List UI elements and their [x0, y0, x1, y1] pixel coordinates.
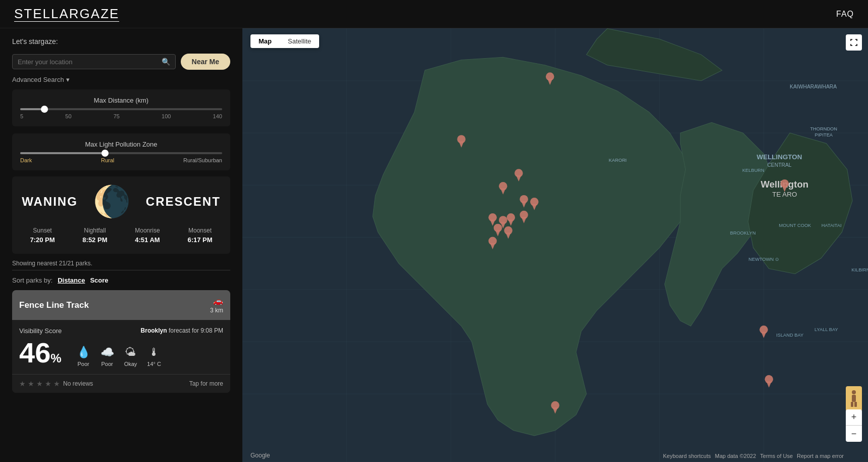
- svg-text:THORNDON: THORNDON: [810, 126, 837, 131]
- nightfall-label: Nightfall: [84, 227, 106, 234]
- star-3: ★: [36, 380, 43, 388]
- map-attribution: Google: [250, 452, 270, 459]
- sun-times: Sunset 7:20 PM Nightfall 8:52 PM Moonris…: [22, 227, 220, 244]
- moonset-label: Moonset: [188, 227, 212, 234]
- park-card-footer: ★ ★ ★ ★ ★ No reviews Tap for more: [12, 374, 230, 393]
- satellite-view-button[interactable]: Satellite: [280, 34, 319, 48]
- advanced-search-toggle[interactable]: Advanced Search ▾: [12, 76, 230, 83]
- light-slider-section: Max Light Pollution Zone Dark Rural Rura…: [12, 133, 230, 170]
- logo-thin: GAZE: [80, 6, 120, 22]
- distance-label: Max Distance (km): [20, 97, 222, 104]
- car-icon: 🚗: [213, 296, 223, 306]
- keyboard-shortcuts-link[interactable]: Keyboard shortcuts: [663, 453, 711, 459]
- sort-row: Sort parks by: Distance Score: [12, 276, 230, 284]
- distance-slider-section: Max Distance (km) 5 50 75 100 140: [12, 89, 230, 126]
- moonrise-value: 4:51 AM: [135, 236, 160, 244]
- logo-bold: STELLAR: [14, 6, 80, 22]
- search-box[interactable]: 🔍: [12, 54, 176, 69]
- sun-icon: 🌤: [125, 346, 136, 359]
- svg-text:MOUNT COOK: MOUNT COOK: [779, 223, 812, 228]
- svg-text:HATAITAI: HATAITAI: [822, 223, 842, 228]
- faq-link[interactable]: FAQ: [836, 10, 854, 19]
- park-distance: 3 km: [210, 307, 223, 314]
- moonset-value: 6:17 PM: [187, 236, 212, 244]
- sun-label: Okay: [124, 361, 137, 367]
- temp-label: 14° C: [147, 361, 161, 367]
- fullscreen-icon: [850, 38, 858, 47]
- park-meta: 🚗 3 km: [210, 296, 223, 314]
- star-1: ★: [19, 380, 26, 388]
- star-2: ★: [28, 380, 34, 388]
- weather-humidity: 💧 Poor: [77, 346, 90, 367]
- svg-text:NEWTOWN ⊙: NEWTOWN ⊙: [748, 257, 779, 262]
- park-card-body: Visibility Score Brooklyn forecast for 9…: [12, 320, 230, 374]
- moon-phase-left: WANING: [22, 195, 78, 209]
- svg-text:KAIWHARAWHARA: KAIWHARAWHARA: [790, 84, 837, 89]
- moonrise-label: Moonrise: [135, 227, 160, 234]
- cloud-icon: ☁️: [100, 346, 114, 359]
- terms-link[interactable]: Terms of Use: [760, 453, 793, 459]
- weather-sun: 🌤 Okay: [124, 346, 137, 367]
- moon-phase-row: WANING 🌘 CRESCENT: [22, 187, 221, 217]
- park-card[interactable]: Fence Line Track 🚗 3 km Visibility Score…: [12, 290, 230, 393]
- chevron-down-icon: ▾: [66, 76, 70, 83]
- weather-cloud: ☁️ Poor: [100, 346, 114, 367]
- svg-text:ISLAND BAY: ISLAND BAY: [776, 333, 803, 338]
- sort-by-distance[interactable]: Distance: [58, 276, 85, 284]
- distance-marks: 5 50 75 100 140: [20, 113, 222, 119]
- sunset-item: Sunset 7:20 PM: [30, 227, 55, 244]
- visibility-label: Visibility Score: [19, 327, 62, 335]
- sort-by-score[interactable]: Score: [90, 276, 108, 284]
- map-area[interactable]: KAIWHARAWHARA THORNDON PIPITEA WELLINGTO…: [242, 28, 868, 462]
- visibility-row: Visibility Score Brooklyn forecast for 9…: [19, 327, 223, 335]
- distance-slider-track[interactable]: [20, 108, 222, 110]
- near-me-button[interactable]: Near Me: [181, 54, 230, 70]
- main-content: Let's stargaze: 🔍 Near Me Advanced Searc…: [0, 28, 868, 462]
- svg-text:KARORI: KARORI: [609, 158, 627, 163]
- zoom-out-button[interactable]: −: [846, 426, 862, 442]
- fullscreen-button[interactable]: [846, 34, 862, 51]
- svg-text:WELLINGTON: WELLINGTON: [757, 153, 802, 161]
- humidity-label: Poor: [78, 361, 89, 367]
- map-view-button[interactable]: Map: [250, 34, 280, 48]
- thermometer-icon: 🌡: [148, 346, 160, 359]
- app-logo: STELLARGAZE: [14, 6, 119, 22]
- distance-slider-thumb[interactable]: [41, 106, 48, 113]
- search-input[interactable]: [18, 58, 162, 66]
- forecast-label: Brooklyn forecast for 9:08 PM: [141, 327, 223, 334]
- streetview-button[interactable]: [846, 386, 862, 411]
- light-marks: Dark Rural Rural/Suburban: [20, 157, 222, 163]
- search-icon[interactable]: 🔍: [162, 58, 170, 66]
- map-attribution-links: Keyboard shortcuts Map data ©2022 Terms …: [663, 453, 844, 459]
- light-slider-track[interactable]: [20, 152, 222, 154]
- search-row: 🔍 Near Me: [12, 54, 230, 70]
- park-card-header: Fence Line Track 🚗 3 km: [12, 290, 230, 320]
- svg-rect-67: [852, 395, 856, 402]
- map-svg: KAIWHARAWHARA THORNDON PIPITEA WELLINGTO…: [242, 28, 868, 462]
- svg-text:BROOKLYN: BROOKLYN: [730, 230, 756, 236]
- streetview-icon: [849, 390, 859, 408]
- svg-rect-69: [854, 402, 857, 407]
- moonrise-item: Moonrise 4:51 AM: [135, 227, 160, 244]
- light-label: Max Light Pollution Zone: [20, 141, 222, 148]
- svg-text:CENTRAL: CENTRAL: [767, 162, 791, 168]
- svg-text:LYALL BAY: LYALL BAY: [814, 327, 838, 332]
- light-slider-thumb[interactable]: [101, 150, 109, 157]
- nightfall-item: Nightfall 8:52 PM: [82, 227, 107, 244]
- sunset-label: Sunset: [33, 227, 52, 234]
- zoom-controls: + −: [846, 409, 862, 442]
- park-name: Fence Line Track: [19, 300, 89, 310]
- tap-more-label: Tap for more: [189, 380, 223, 387]
- map-data-label: Map data ©2022: [715, 453, 756, 459]
- zoom-in-button[interactable]: +: [846, 409, 862, 426]
- report-link[interactable]: Report a map error: [797, 453, 844, 459]
- svg-rect-68: [851, 402, 853, 407]
- svg-point-66: [852, 390, 856, 394]
- star-5: ★: [54, 380, 60, 388]
- no-reviews-label: No reviews: [63, 380, 93, 387]
- star-4: ★: [45, 380, 52, 388]
- light-slider-fill: [20, 152, 105, 154]
- app-header: STELLARGAZE FAQ: [0, 0, 868, 28]
- stargaze-label: Let's stargaze:: [12, 37, 230, 45]
- sort-label: Sort parks by:: [12, 276, 53, 284]
